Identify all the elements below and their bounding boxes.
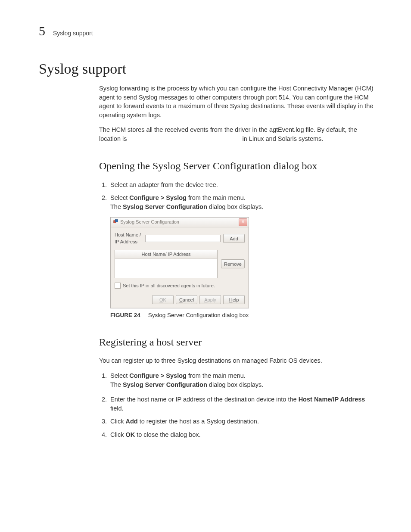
- host-ip-label: Host Name / IP Address: [115, 232, 143, 245]
- cancel-button[interactable]: Cancel: [176, 295, 197, 304]
- register-step-2-bold: Host Name/IP Address: [299, 396, 365, 403]
- help-accel: H: [229, 297, 233, 302]
- dialog-title: Syslog Server Configuration: [120, 219, 179, 226]
- help-button[interactable]: Help: [223, 295, 245, 304]
- register-step-1-desc: The Syslog Server Configuration dialog b…: [110, 380, 377, 389]
- figure-caption: FIGURE 24Syslog Server Configuration dia…: [110, 311, 377, 319]
- app-icon: [113, 219, 118, 226]
- register-step-4-bold: OK: [125, 431, 135, 438]
- opening-step-2-desc-post: dialog box displays.: [207, 203, 264, 210]
- opening-step-2-bold: Configure > Syslog: [129, 194, 187, 201]
- register-step-3: Click Add to register the host as a Sysl…: [109, 417, 377, 426]
- register-intro: You can register up to three Syslog dest…: [99, 356, 377, 365]
- apply-accel: A: [204, 297, 207, 302]
- opening-step-2-desc: The Syslog Server Configuration dialog b…: [110, 202, 377, 212]
- opening-step-1: Select an adapter from the device tree.: [109, 180, 377, 190]
- register-step-1-desc-post: dialog box displays.: [207, 381, 264, 388]
- set-ip-checkbox[interactable]: [115, 283, 121, 289]
- opening-step-2: Select Configure > Syslog from the main …: [109, 193, 377, 319]
- register-step-3-bold: Add: [125, 418, 137, 425]
- register-step-3-post: to register the host as a Syslog destina…: [138, 418, 259, 425]
- ok-accel: O: [159, 297, 163, 302]
- opening-step-1-text: Select an adapter from the device tree.: [110, 181, 218, 188]
- close-icon: ×: [242, 219, 244, 224]
- apply-button[interactable]: Apply: [199, 295, 221, 304]
- running-header: 5 Syslog support: [39, 24, 377, 38]
- add-button[interactable]: Add: [223, 234, 245, 243]
- ok-button[interactable]: OK: [152, 295, 174, 304]
- dialog-titlebar: Syslog Server Configuration ×: [111, 218, 249, 227]
- register-step-1: Select Configure > Syslog from the main …: [109, 371, 377, 389]
- close-button[interactable]: ×: [239, 218, 247, 226]
- section-heading-registering: Registering a host server: [99, 335, 377, 349]
- register-step-1-pre: Select: [110, 372, 129, 379]
- register-step-3-pre: Click: [110, 418, 125, 425]
- remove-button[interactable]: Remove: [221, 259, 245, 268]
- host-list[interactable]: Host Name/ IP Address: [115, 250, 218, 278]
- help-rest: elp: [233, 297, 239, 302]
- page-title: Syslog support: [39, 61, 377, 77]
- svg-rect-1: [115, 219, 118, 222]
- ok-rest: K: [163, 297, 166, 302]
- chapter-title: Syslog support: [53, 30, 93, 37]
- intro-paragraph-1: Syslog forwarding is the process by whic…: [99, 84, 377, 119]
- register-step-1-desc-pre: The: [110, 381, 123, 388]
- apply-rest: pply: [208, 297, 216, 302]
- opening-step-2-desc-pre: The: [110, 203, 123, 210]
- register-step-4-pre: Click: [110, 431, 125, 438]
- syslog-config-dialog: Syslog Server Configuration × Host Name …: [110, 217, 249, 308]
- host-list-header: Host Name/ IP Address: [115, 250, 217, 259]
- opening-step-2-post: from the main menu.: [187, 194, 246, 201]
- register-step-2-post: field.: [110, 405, 124, 412]
- register-steps-list: Select Configure > Syslog from the main …: [99, 371, 377, 439]
- register-step-2: Enter the host name or IP address of the…: [109, 395, 377, 413]
- set-ip-checkbox-label: Set this IP in all discovered agents in …: [123, 283, 215, 289]
- section-heading-opening: Opening the Syslog Server Configuration …: [99, 159, 377, 173]
- register-step-1-bold: Configure > Syslog: [129, 372, 187, 379]
- chapter-number: 5: [39, 24, 45, 38]
- register-step-1-post: from the main menu.: [187, 372, 246, 379]
- opening-step-2-desc-bold: Syslog Server Configuration: [123, 203, 207, 210]
- register-step-2-pre: Enter the host name or IP address of the…: [110, 396, 299, 403]
- opening-steps-list: Select an adapter from the device tree. …: [99, 180, 377, 320]
- figure-caption-text: Syslog Server Configuration dialog box: [148, 312, 249, 318]
- intro-paragraph-2: The HCM stores all the received events f…: [99, 125, 377, 143]
- register-step-4-post: to close the dialog box.: [135, 431, 200, 438]
- cancel-accel: C: [179, 297, 183, 302]
- register-step-1-desc-bold: Syslog Server Configuration: [123, 381, 207, 388]
- cancel-rest: ancel: [183, 297, 194, 302]
- host-ip-input[interactable]: [145, 235, 221, 242]
- register-step-4: Click OK to close the dialog box.: [109, 430, 377, 439]
- figure-label: FIGURE 24: [110, 312, 140, 318]
- opening-step-2-pre: Select: [110, 194, 129, 201]
- intro-p2-part-b: in Linux and Solaris systems.: [243, 135, 324, 142]
